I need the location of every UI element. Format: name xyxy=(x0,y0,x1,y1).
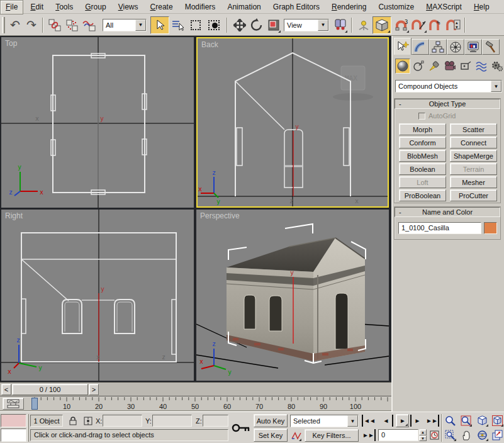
pan-view-button[interactable] xyxy=(459,429,473,442)
select-and-scale-button[interactable] xyxy=(266,17,281,33)
morph-button[interactable]: Morph xyxy=(399,123,446,135)
viewport-top-label[interactable]: Top xyxy=(5,39,17,48)
zoom-extents-button[interactable] xyxy=(476,414,489,427)
viewport-right-label[interactable]: Right xyxy=(5,211,23,220)
conform-button[interactable]: Conform xyxy=(399,137,446,149)
track-bar-frame-indicator[interactable] xyxy=(31,398,38,410)
menu-customize[interactable]: Customize xyxy=(373,1,419,14)
menu-maxscript[interactable]: MAXScript xyxy=(421,1,467,14)
spinner-up-button[interactable]: ▲ xyxy=(419,429,427,435)
rectangular-selection-region-button[interactable] xyxy=(187,17,204,33)
maxscript-listener-pink[interactable] xyxy=(1,414,26,427)
previous-frame-button[interactable]: ◄ xyxy=(379,415,393,427)
rollout-collapse-icon[interactable]: - xyxy=(399,99,401,108)
spinner-down-button[interactable]: ▼ xyxy=(419,435,427,441)
tab-create[interactable] xyxy=(394,38,412,55)
maxscript-listener-white[interactable] xyxy=(1,429,26,442)
snaps-toggle-button[interactable] xyxy=(372,16,391,34)
arc-rotate-button[interactable] xyxy=(476,429,489,442)
menu-help[interactable]: Help xyxy=(469,1,495,14)
scatter-button[interactable]: Scatter xyxy=(450,123,497,135)
viewport-back-label[interactable]: Back xyxy=(201,40,218,49)
field-of-view-region-zoom-button[interactable] xyxy=(444,429,457,442)
key-filters-button[interactable]: Key Filters... xyxy=(305,429,359,442)
proboolean-button[interactable]: ProBoolean xyxy=(399,189,446,201)
menu-animation[interactable]: Animation xyxy=(222,1,266,14)
percent-snap-toggle-button[interactable]: % xyxy=(427,17,444,33)
set-key-button[interactable]: Set Key xyxy=(254,429,288,442)
rollout-collapse-icon[interactable]: - xyxy=(399,208,401,216)
tab-modify[interactable] xyxy=(412,39,429,55)
default-tangent-button[interactable] xyxy=(290,429,302,442)
reference-coordinate-dropdown[interactable]: View ▼ xyxy=(284,19,329,31)
go-to-start-button[interactable]: ◄◄ xyxy=(362,415,376,427)
open-mini-curve-editor-button[interactable] xyxy=(3,398,24,410)
time-slider-prev-button[interactable]: < xyxy=(1,384,11,395)
dropdown-arrow-icon[interactable]: ▼ xyxy=(135,20,146,31)
selection-filter-dropdown[interactable]: All ▼ xyxy=(103,19,147,31)
maximize-viewport-toggle-button[interactable] xyxy=(491,429,504,442)
menu-create[interactable]: Create xyxy=(145,1,178,14)
time-slider-next-button[interactable]: > xyxy=(89,384,99,395)
menu-edit[interactable]: Edit xyxy=(25,1,48,14)
set-keys-button[interactable] xyxy=(230,415,252,440)
auto-key-button[interactable]: Auto Key xyxy=(254,414,288,427)
tab-motion[interactable] xyxy=(447,39,464,55)
select-by-name-button[interactable] xyxy=(169,17,187,33)
viewport-right[interactable]: y x z z y x Right xyxy=(1,210,194,381)
go-to-end-button[interactable]: ►► xyxy=(425,415,439,427)
dropdown-arrow-icon[interactable]: ▼ xyxy=(318,20,328,31)
shapemerge-button[interactable]: ShapeMerge xyxy=(450,150,497,162)
dropdown-arrow-icon[interactable]: ▼ xyxy=(491,81,501,92)
unlink-selection-button[interactable] xyxy=(63,17,80,33)
viewport-perspective[interactable]: y z x y Perspective xyxy=(196,210,389,381)
connect-button[interactable]: Connect xyxy=(450,137,497,149)
z-coordinate-field[interactable] xyxy=(203,415,228,427)
bind-to-space-warp-button[interactable] xyxy=(80,17,99,33)
track-bar-ruler[interactable]: 0 10 20 30 40 50 60 70 80 90 100 xyxy=(25,397,391,411)
blobmesh-button[interactable]: BlobMesh xyxy=(399,150,446,162)
category-systems-button[interactable] xyxy=(490,59,504,74)
dropdown-arrow-icon[interactable]: ▼ xyxy=(347,415,358,427)
tab-display[interactable] xyxy=(464,39,482,55)
category-geometry-button[interactable] xyxy=(395,59,410,74)
menu-graph-editors[interactable]: Graph Editors xyxy=(268,1,325,14)
autogrid-checkbox[interactable] xyxy=(418,113,425,120)
frame-spinner[interactable]: ▲ ▼ xyxy=(419,429,427,441)
menu-modifiers[interactable]: Modifiers xyxy=(180,1,221,14)
snap-3d-toggle-button[interactable]: 3 xyxy=(393,17,410,33)
category-space-warps-button[interactable] xyxy=(474,59,489,74)
zoom-extents-all-button[interactable] xyxy=(491,414,504,427)
tab-hierarchy[interactable] xyxy=(429,39,447,55)
category-shapes-button[interactable] xyxy=(411,59,426,74)
listener-splitter[interactable] xyxy=(27,414,29,442)
track-bar[interactable]: 0 10 20 30 40 50 60 70 80 90 100 xyxy=(0,397,391,411)
tab-utilities[interactable] xyxy=(482,39,500,55)
category-lights-button[interactable] xyxy=(427,59,442,74)
zoom-button[interactable] xyxy=(444,414,457,427)
play-animation-button[interactable]: ► xyxy=(396,414,409,427)
object-color-swatch[interactable] xyxy=(484,222,497,234)
select-and-rotate-button[interactable] xyxy=(248,17,266,33)
select-and-manipulate-button[interactable] xyxy=(356,17,371,33)
menu-group[interactable]: Group xyxy=(80,1,111,14)
key-mode-toggle-button[interactable]: ►► xyxy=(362,429,376,441)
menu-tools[interactable]: Tools xyxy=(50,1,78,14)
category-helpers-button[interactable] xyxy=(458,59,473,74)
menu-file[interactable]: File xyxy=(0,0,23,14)
next-frame-button[interactable]: ► xyxy=(410,415,423,427)
zoom-all-button[interactable] xyxy=(459,414,473,427)
select-object-button[interactable] xyxy=(150,16,169,34)
select-and-move-button[interactable] xyxy=(231,17,248,33)
time-configuration-button[interactable] xyxy=(428,429,440,441)
name-color-rollout-header[interactable]: - Name and Color xyxy=(395,207,500,217)
selection-lock-toggle-button[interactable] xyxy=(67,415,79,427)
absolute-offset-mode-button[interactable] xyxy=(82,415,94,427)
toolbar-grip[interactable] xyxy=(2,17,5,33)
redo-button[interactable]: ↷ xyxy=(23,17,40,33)
spinner-snap-toggle-button[interactable]: ▲▼ xyxy=(444,17,462,33)
angle-snap-toggle-button[interactable] xyxy=(410,17,427,33)
selection-set-dropdown[interactable]: Selected ▼ xyxy=(290,415,359,427)
current-frame-field[interactable]: 0 xyxy=(378,429,418,441)
x-coordinate-field[interactable] xyxy=(103,415,142,427)
